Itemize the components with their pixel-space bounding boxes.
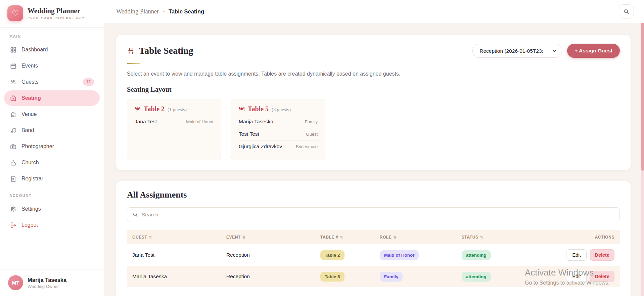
assign-guest-button[interactable]: + Assign Guest bbox=[567, 44, 620, 58]
sidebar-item-label: Photographer bbox=[21, 143, 54, 150]
guest-name: Marija Taseska bbox=[239, 119, 273, 125]
scrollbar-thumb[interactable] bbox=[641, 23, 644, 171]
camera-icon bbox=[10, 143, 17, 150]
all-assignments-title: All Assignments bbox=[127, 190, 620, 200]
sidebar-item-events[interactable]: Events bbox=[4, 58, 100, 74]
role-badge: Family bbox=[380, 272, 403, 282]
sidebar-item-church[interactable]: Church bbox=[4, 155, 100, 170]
breadcrumb-separator: • bbox=[163, 9, 165, 14]
sidebar-item-label: Registrar bbox=[21, 176, 43, 182]
sidebar-item-label: Events bbox=[21, 63, 38, 69]
guest-role: Family bbox=[305, 119, 318, 124]
edit-button[interactable]: Edit bbox=[566, 271, 587, 282]
sidebar-item-label: Band bbox=[21, 127, 34, 133]
sort-icon: ⇅ bbox=[480, 235, 484, 240]
gold-divider bbox=[127, 63, 140, 64]
table-row: Marija Taseska Reception Table 5 Family … bbox=[127, 266, 620, 287]
guests-icon bbox=[10, 79, 17, 86]
sidebar-item-guests[interactable]: Guests 12 bbox=[4, 74, 100, 90]
search-icon bbox=[624, 9, 629, 14]
sidebar-item-band[interactable]: Band bbox=[4, 123, 100, 138]
app-title: Wedding Planner bbox=[28, 7, 85, 15]
search-icon bbox=[133, 212, 138, 217]
document-icon bbox=[10, 175, 17, 182]
table-seating-card: Table Seating Reception (2026-01-05T23: … bbox=[116, 35, 631, 170]
cell-event: Reception bbox=[226, 273, 320, 280]
seating-tables: Table 2 (1 guests) Jana Test Maid of Hon… bbox=[127, 99, 620, 160]
calendar-icon bbox=[10, 62, 17, 70]
table-guest-count: (1 guests) bbox=[168, 107, 187, 113]
column-header-role[interactable]: ROLE⇅ bbox=[380, 235, 462, 240]
table-badge: Table 2 bbox=[320, 250, 344, 260]
table-card-5[interactable]: Table 5 (3 guests) Marija Taseska Family… bbox=[231, 99, 325, 160]
column-header-event[interactable]: EVENT⇅ bbox=[226, 235, 320, 240]
sidebar-item-label: Seating bbox=[21, 95, 41, 101]
status-badge: attending bbox=[462, 250, 491, 260]
breadcrumb-current: Table Seating bbox=[169, 8, 204, 15]
home-icon bbox=[10, 111, 17, 118]
seating-icon bbox=[10, 95, 17, 102]
dashboard-icon bbox=[10, 46, 17, 53]
sidebar: ♡ Wedding Planner PLAN YOUR PERFECT DAY … bbox=[0, 0, 104, 296]
heart-logo-icon: ♡ bbox=[7, 5, 23, 21]
sidebar-item-label: Venue bbox=[21, 111, 37, 117]
table-guest-row: Jana Test Maid of Honor bbox=[135, 116, 214, 128]
sidebar-item-logout[interactable]: Logout bbox=[4, 217, 100, 233]
sidebar-item-venue[interactable]: Venue bbox=[4, 107, 100, 122]
delete-button[interactable]: Delete bbox=[590, 271, 614, 282]
guest-name: Gjurgjica Zdravkov bbox=[239, 143, 282, 150]
sidebar-item-registrar[interactable]: Registrar bbox=[4, 171, 100, 186]
column-header-guest[interactable]: GUEST⇅ bbox=[132, 235, 226, 240]
top-header: Wedding Planner • Table Seating bbox=[104, 0, 644, 23]
cell-guest: Jana Test bbox=[132, 252, 226, 258]
logout-icon bbox=[10, 222, 17, 229]
sidebar-item-label: Settings bbox=[21, 206, 41, 212]
seating-layout-title: Seating Layout bbox=[127, 86, 620, 93]
sort-icon: ⇅ bbox=[149, 235, 152, 240]
user-name: Marija Taseska bbox=[28, 277, 66, 283]
sidebar-item-label: Logout bbox=[21, 222, 38, 228]
column-header-status[interactable]: STATUS⇅ bbox=[462, 235, 542, 240]
guest-role: Guest bbox=[306, 132, 318, 137]
sidebar-item-settings[interactable]: Settings bbox=[4, 201, 100, 217]
section-label-main: MAIN bbox=[0, 28, 104, 42]
sidebar-item-label: Dashboard bbox=[21, 47, 48, 53]
table-guest-row: Test Test Guest bbox=[239, 128, 318, 140]
assignments-search bbox=[127, 207, 620, 222]
column-header-table[interactable]: TABLE #⇅ bbox=[320, 235, 380, 240]
table-row: Jana Test Reception Table 2 Maid of Hono… bbox=[127, 244, 620, 266]
guests-count-badge: 12 bbox=[83, 78, 94, 86]
cell-guest: Marija Taseska bbox=[132, 273, 226, 280]
search-input[interactable] bbox=[142, 212, 614, 218]
table-badge: Table 5 bbox=[320, 272, 344, 282]
edit-button[interactable]: Edit bbox=[566, 249, 587, 261]
guest-name: Test Test bbox=[239, 131, 259, 137]
search-button[interactable] bbox=[619, 4, 634, 18]
table-guest-count: (3 guests) bbox=[272, 107, 291, 113]
sidebar-item-photographer[interactable]: Photographer bbox=[4, 139, 100, 154]
table-name: Table 2 bbox=[144, 105, 165, 113]
role-badge: Maid of Honor bbox=[380, 250, 419, 260]
assignments-table-header: GUEST⇅ EVENT⇅ TABLE #⇅ ROLE⇅ STATUS⇅ ACT… bbox=[127, 230, 620, 244]
sidebar-item-seating[interactable]: Seating bbox=[4, 90, 100, 106]
all-assignments-card: All Assignments GUEST⇅ EVENT⇅ TABLE #⇅ R… bbox=[116, 181, 631, 296]
cell-event: Reception bbox=[226, 252, 320, 258]
page-description: Select an event to view and manage table… bbox=[127, 71, 620, 77]
event-select[interactable]: Reception (2026-01-05T23: bbox=[472, 44, 562, 58]
gear-icon bbox=[10, 206, 17, 213]
section-label-account: ACCOUNT bbox=[0, 187, 104, 201]
delete-button[interactable]: Delete bbox=[590, 249, 614, 261]
vertical-scrollbar[interactable] bbox=[641, 23, 644, 296]
breadcrumb-root[interactable]: Wedding Planner bbox=[116, 8, 159, 15]
user-profile[interactable]: MT Marija Taseska Wedding Owner bbox=[0, 269, 104, 296]
status-badge: attending bbox=[462, 272, 491, 282]
page-title: Table Seating bbox=[139, 45, 193, 56]
guest-role: Maid of Honor bbox=[186, 119, 214, 124]
table-card-2[interactable]: Table 2 (1 guests) Jana Test Maid of Hon… bbox=[127, 99, 221, 160]
app-logo: ♡ Wedding Planner PLAN YOUR PERFECT DAY bbox=[0, 0, 104, 27]
sort-icon: ⇅ bbox=[393, 235, 397, 240]
table-name: Table 5 bbox=[248, 105, 269, 113]
sidebar-item-dashboard[interactable]: Dashboard bbox=[4, 42, 100, 57]
main-content: Table Seating Reception (2026-01-05T23: … bbox=[104, 23, 644, 296]
sidebar-item-label: Guests bbox=[21, 79, 39, 85]
